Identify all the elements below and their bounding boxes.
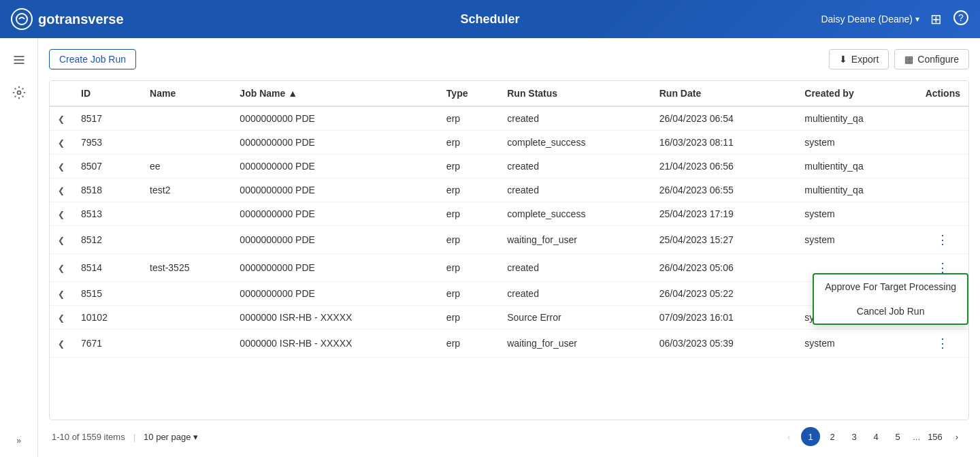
row-id: 8515	[73, 282, 142, 306]
row-id: 8518	[73, 178, 142, 202]
row-type: erp	[438, 226, 499, 254]
toolbar: Create Job Run ⬇ Export ▦ Configure	[49, 49, 969, 69]
pagination: 1-10 of 1559 items | 10 per page ▾ ‹1234…	[49, 420, 969, 446]
row-run-status: Source Error	[499, 306, 651, 330]
row-actions-cell	[917, 155, 968, 178]
pagination-page-4[interactable]: 4	[866, 427, 885, 446]
row-actions-cell: ⋮	[917, 330, 968, 358]
row-created-by: system	[796, 131, 917, 155]
sidebar-expand[interactable]: »	[5, 432, 33, 449]
jobs-table: ID Name Job Name ▲ Type Run Status Run D…	[50, 81, 968, 358]
sidebar: »	[0, 38, 38, 457]
row-created-by: multientity_qa	[796, 178, 917, 202]
row-expand-cell[interactable]: ❮	[50, 155, 73, 178]
expand-icon: »	[16, 436, 21, 445]
row-expand-cell[interactable]: ❮	[50, 178, 73, 202]
grid-icon[interactable]: ⊞	[930, 11, 942, 27]
configure-icon: ▦	[904, 54, 913, 65]
row-id: 8507	[73, 155, 142, 178]
table-row: ❮8514test-35250000000000 PDEerpcreated26…	[50, 254, 968, 282]
col-id: ID	[73, 81, 142, 106]
col-run-status: Run Status	[499, 81, 651, 106]
export-button[interactable]: ⬇ Export	[829, 49, 889, 69]
help-icon[interactable]: ?	[953, 10, 969, 29]
actions-menu-button[interactable]: ⋮	[932, 232, 953, 247]
row-job-name: 0000000000 PDE	[231, 178, 438, 202]
row-job-name: 0000000000 PDE	[231, 131, 438, 155]
table-row: ❮85170000000000 PDEerpcreated26/04/2023 …	[50, 106, 968, 131]
row-type: erp	[438, 306, 499, 330]
pagination-page-3[interactable]: 3	[845, 427, 864, 446]
col-name: Name	[142, 81, 231, 106]
sidebar-item-settings[interactable]	[5, 79, 33, 106]
row-run-status: waiting_for_user	[499, 330, 651, 358]
row-run-status: waiting_for_user	[499, 226, 651, 254]
row-job-name: 0000000 ISR-HB - XXXXX	[231, 306, 438, 330]
row-expand-cell[interactable]: ❮	[50, 226, 73, 254]
row-name	[142, 306, 231, 330]
col-job-name[interactable]: Job Name ▲	[231, 81, 438, 106]
row-expand-cell[interactable]: ❮	[50, 254, 73, 282]
pagination-next[interactable]: ›	[947, 427, 966, 446]
expand-chevron-icon: ❮	[58, 210, 65, 219]
create-job-run-button[interactable]: Create Job Run	[49, 49, 136, 69]
table-row: ❮76710000000 ISR-HB - XXXXXerpwaiting_fo…	[50, 330, 968, 358]
pagination-prev[interactable]: ‹	[779, 427, 798, 446]
row-expand-cell[interactable]: ❮	[50, 131, 73, 155]
row-type: erp	[438, 254, 499, 282]
header-right: Daisy Deane (Deane) ▾ ⊞ ?	[821, 10, 969, 29]
row-run-date: 06/03/2023 05:39	[651, 330, 797, 358]
pagination-page-5[interactable]: 5	[888, 427, 907, 446]
pagination-summary: 1-10 of 1559 items	[52, 432, 125, 442]
row-expand-cell[interactable]: ❮	[50, 282, 73, 306]
header-title: Scheduler	[460, 12, 519, 27]
logo-text: gotransverse	[38, 12, 124, 27]
pagination-page-1[interactable]: 1	[801, 427, 820, 446]
configure-label: Configure	[917, 54, 959, 65]
row-job-name: 0000000000 PDE	[231, 106, 438, 131]
actions-menu-button[interactable]: ⋮	[932, 336, 953, 351]
pagination-divider: |	[133, 432, 135, 442]
per-page-chevron-icon: ▾	[193, 432, 198, 442]
user-chevron-icon: ▾	[915, 14, 919, 24]
pagination-page-2[interactable]: 2	[823, 427, 842, 446]
row-run-date: 26/04/2023 05:06	[651, 254, 797, 282]
expand-chevron-icon: ❮	[58, 313, 65, 323]
export-label: Export	[851, 54, 879, 65]
logo: gotransverse	[11, 8, 147, 30]
row-job-name: 0000000000 PDE	[231, 202, 438, 226]
row-run-date: 25/04/2023 17:19	[651, 202, 797, 226]
row-expand-cell[interactable]: ❮	[50, 106, 73, 131]
row-id: 8513	[73, 202, 142, 226]
row-type: erp	[438, 106, 499, 131]
expand-chevron-icon: ❮	[58, 289, 65, 299]
logo-icon	[11, 8, 33, 30]
svg-point-0	[16, 14, 27, 25]
table-row: ❮79530000000000 PDEerpcomplete_success16…	[50, 131, 968, 155]
row-run-date: 26/04/2023 05:22	[651, 282, 797, 306]
row-run-date: 25/04/2023 15:27	[651, 226, 797, 254]
row-run-status: created	[499, 282, 651, 306]
user-menu[interactable]: Daisy Deane (Deane) ▾	[821, 14, 919, 25]
row-expand-cell[interactable]: ❮	[50, 330, 73, 358]
row-expand-cell[interactable]: ❮	[50, 202, 73, 226]
configure-button[interactable]: ▦ Configure	[894, 49, 969, 69]
pagination-last-page[interactable]: 156	[926, 427, 945, 446]
svg-point-6	[17, 91, 20, 95]
row-run-status: created	[499, 178, 651, 202]
table-row: ❮85130000000000 PDEerpcomplete_success25…	[50, 202, 968, 226]
table-row: ❮85120000000000 PDEerpwaiting_for_user25…	[50, 226, 968, 254]
col-type: Type	[438, 81, 499, 106]
sidebar-item-menu[interactable]	[5, 46, 33, 74]
row-actions-cell	[917, 131, 968, 155]
row-id: 7953	[73, 131, 142, 155]
row-type: erp	[438, 178, 499, 202]
row-expand-cell[interactable]: ❮	[50, 306, 73, 330]
row-run-status: complete_success	[499, 131, 651, 155]
row-actions-cell	[917, 106, 968, 131]
approve-target-processing-item[interactable]: Approve For Target Processing	[814, 274, 967, 299]
cancel-job-run-item[interactable]: Cancel Job Run	[814, 299, 967, 324]
table-row: ❮8518test20000000000 PDEerpcreated26/04/…	[50, 178, 968, 202]
per-page-select[interactable]: 10 per page ▾	[144, 432, 198, 442]
pagination-right: ‹12345...156›	[779, 427, 966, 446]
